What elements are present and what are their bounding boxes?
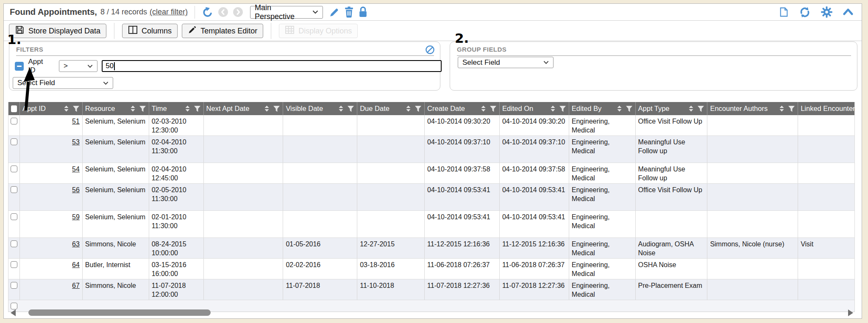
sort-icon[interactable] — [779, 105, 785, 112]
filter-funnel-icon[interactable] — [490, 105, 497, 112]
appt-id-link[interactable]: 67 — [72, 282, 80, 289]
column-label: Encounter Authors — [710, 105, 768, 113]
appt-id-link[interactable]: 64 — [72, 261, 80, 268]
group-fields-title: GROUP FIELDS — [457, 46, 506, 53]
store-displayed-data-button[interactable]: Store Displayed Data — [9, 24, 106, 38]
cell-create_date: 11-12-2015 12:16:36 — [424, 238, 499, 258]
filter-funnel-icon[interactable] — [788, 105, 795, 112]
column-header-appt_id[interactable]: Appt ID — [19, 102, 82, 115]
cell-next_apt_date — [203, 238, 283, 258]
row-checkbox[interactable] — [11, 186, 17, 193]
edit-perspective-icon[interactable] — [329, 7, 340, 18]
filter-funnel-icon[interactable] — [415, 105, 422, 112]
row-checkbox[interactable] — [11, 282, 17, 289]
sort-icon[interactable] — [264, 105, 270, 112]
cell-select — [8, 238, 19, 258]
appt-id-link[interactable]: 51 — [72, 118, 80, 125]
appt-id-link[interactable]: 53 — [72, 138, 80, 146]
column-header-linked_encounters[interactable]: Linked Encounters — [798, 102, 854, 115]
sort-icon[interactable] — [130, 105, 136, 112]
cell-edited_on: 11-12-2015 12:16:36 — [499, 238, 569, 258]
cell-encounter_authors — [707, 279, 798, 300]
remove-filter-button[interactable] — [15, 62, 24, 71]
scroll-left-arrow[interactable] — [11, 309, 16, 316]
delete-perspective-icon[interactable] — [344, 6, 354, 18]
toolbar: Store Displayed Data Columns Templates E… — [4, 21, 862, 41]
row-checkbox[interactable] — [11, 240, 17, 247]
cell-appt_type — [635, 211, 707, 237]
horizontal-scrollbar[interactable] — [8, 308, 855, 317]
templates-editor-button[interactable]: Templates Editor — [182, 24, 263, 38]
column-header-resource[interactable]: Resource — [82, 102, 149, 115]
cell-appt_type: OSHA Noise — [635, 259, 707, 279]
cell-next_apt_date — [203, 136, 283, 163]
clear-filter-link[interactable]: (clear filter) — [150, 8, 188, 17]
cell-linked_encounters — [798, 279, 854, 300]
row-checkbox[interactable] — [11, 213, 17, 220]
column-header-visible_date[interactable]: Visible Date — [283, 102, 357, 115]
cell-edited_by: Engineering, Medical — [569, 115, 635, 135]
cell-linked_encounters — [798, 211, 854, 237]
refresh-icon[interactable] — [798, 6, 811, 19]
collapse-chevron-up-icon[interactable] — [842, 7, 854, 17]
row-checkbox[interactable] — [11, 118, 17, 124]
filter-funnel-icon[interactable] — [347, 105, 354, 112]
sort-icon[interactable] — [338, 105, 344, 112]
sort-icon[interactable] — [480, 105, 487, 112]
appt-id-link[interactable]: 59 — [72, 213, 80, 221]
column-header-encounter_authors[interactable]: Encounter Authors — [707, 102, 798, 115]
filter-funnel-icon[interactable] — [139, 105, 146, 112]
filter-funnel-icon[interactable] — [273, 105, 280, 112]
row-checkbox[interactable] — [11, 166, 17, 172]
filter-funnel-icon[interactable] — [626, 105, 633, 112]
column-header-edited_by[interactable]: Edited By — [569, 102, 635, 115]
cell-time: 02-05-2010 11:30:00 — [149, 184, 203, 210]
lock-perspective-icon[interactable] — [358, 6, 368, 18]
sort-icon[interactable] — [688, 105, 694, 112]
column-header-due_date[interactable]: Due Date — [357, 102, 424, 115]
column-header-create_date[interactable]: Create Date — [424, 102, 499, 115]
column-header-next_apt_date[interactable]: Next Apt Date — [203, 102, 283, 115]
filter-funnel-icon[interactable] — [559, 105, 566, 112]
cell-time: 02-04-2010 11:30:00 — [149, 136, 203, 163]
filter-funnel-icon[interactable] — [697, 105, 704, 112]
filter-operator-select[interactable]: > — [59, 60, 97, 72]
appt-id-link[interactable]: 63 — [72, 240, 80, 248]
row-checkbox[interactable] — [11, 261, 17, 268]
sort-icon[interactable] — [184, 105, 191, 112]
page-title: Found Appointments, — [10, 7, 97, 17]
filter-value-input[interactable]: 50 — [102, 60, 442, 72]
sort-icon[interactable] — [63, 105, 70, 112]
row-checkbox[interactable] — [11, 138, 17, 145]
cell-edited_by: Engineering, Medical — [569, 163, 635, 183]
sort-icon[interactable] — [550, 105, 556, 112]
cell-select — [8, 279, 19, 300]
new-document-icon[interactable] — [779, 6, 789, 18]
appointments-table: Appt IDResourceTimeNext Apt DateVisible … — [8, 102, 855, 312]
filter-funnel-icon[interactable] — [194, 105, 201, 112]
sort-icon[interactable] — [616, 105, 623, 112]
cell-appt_type: Pre-Placement Exam — [635, 279, 707, 300]
select-all-checkbox[interactable] — [11, 105, 17, 112]
gear-icon[interactable] — [821, 6, 833, 18]
add-filter-field-select[interactable]: Select Field — [13, 77, 113, 89]
table-row: 56Selenium, Selenium02-05-2010 11:30:000… — [8, 184, 854, 211]
cell-appt_id: 56 — [19, 184, 82, 210]
column-header-edited_on[interactable]: Edited On — [499, 102, 569, 115]
scroll-right-arrow[interactable] — [848, 309, 853, 316]
column-header-appt_type[interactable]: Appt Type — [635, 102, 707, 115]
filter-funnel-icon[interactable] — [72, 105, 80, 112]
group-field-select[interactable]: Select Field — [458, 57, 554, 68]
appt-id-link[interactable]: 54 — [72, 166, 80, 173]
scrollbar-thumb[interactable] — [28, 309, 211, 316]
columns-button[interactable]: Columns — [122, 24, 178, 38]
appt-id-link[interactable]: 56 — [72, 186, 80, 193]
perspective-select[interactable]: Main Perspective — [250, 6, 323, 19]
cell-due_date — [357, 115, 424, 135]
column-header-time[interactable]: Time — [149, 102, 203, 115]
sort-icon[interactable] — [405, 105, 412, 112]
cell-next_apt_date — [203, 115, 283, 135]
column-label: Visible Date — [286, 105, 323, 113]
undo-icon[interactable] — [202, 6, 214, 18]
clear-filters-block-icon[interactable] — [425, 45, 435, 56]
